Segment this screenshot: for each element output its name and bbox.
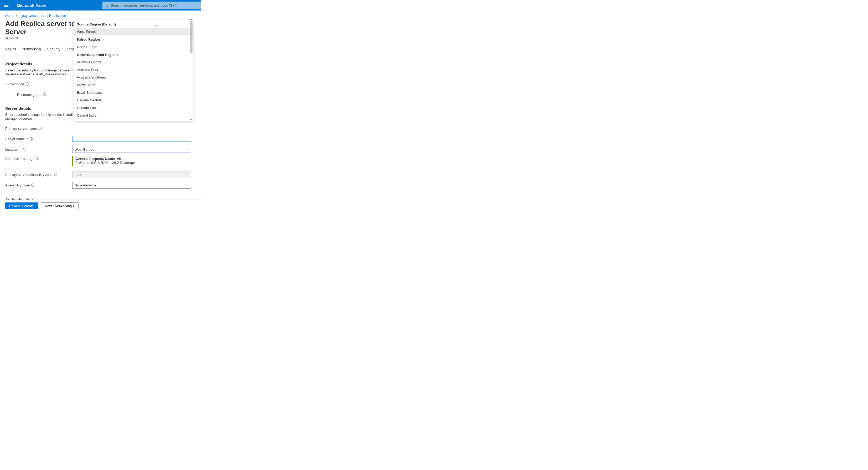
primary-server-name-label: Primary server name i <box>5 127 72 130</box>
location-label: Location * i <box>5 148 72 152</box>
search-box[interactable] <box>102 2 201 9</box>
compute-title: General Purpose, D2ads_v5 <box>75 157 191 161</box>
ellipsis-icon[interactable]: … <box>155 22 159 26</box>
location-dropdown: Source Region (Default) … West Europe Pa… <box>74 20 193 121</box>
info-icon[interactable]: i <box>54 173 57 176</box>
resource-group-label: Resource group i <box>5 93 72 97</box>
dropdown-item-west-europe[interactable]: West Europe <box>74 28 193 35</box>
info-icon[interactable]: i <box>43 93 46 96</box>
required-asterisk: * <box>20 148 22 152</box>
server-name-label: Server name * i <box>5 137 72 141</box>
required-asterisk: * <box>27 137 28 141</box>
next-networking-button[interactable]: Next : Networking > <box>41 202 79 209</box>
info-icon[interactable]: i <box>23 148 26 151</box>
compute-storage-label: Compute + storage i <box>5 156 72 161</box>
tab-networking[interactable]: Networking <box>22 45 41 53</box>
location-select-value: West Europe <box>74 148 94 152</box>
svg-point-0 <box>105 4 107 6</box>
breadcrumb: Home › mysqlrwesteurope | Replication › <box>5 14 196 18</box>
tab-tags[interactable]: Tags <box>67 45 74 53</box>
resource-group-label-text: Resource group <box>17 93 41 97</box>
compute-subtitle: 2 vCores, 8 GiB RAM, 128 GiB storage <box>75 161 191 165</box>
dropdown-item[interactable]: Australia East <box>74 66 193 73</box>
hamburger-icon <box>4 4 8 7</box>
compute-storage-label-text: Compute + storage <box>5 157 34 161</box>
dropdown-group-source: Source Region (Default) … <box>74 20 193 28</box>
dropdown-item-north-europe[interactable]: North Europe <box>74 43 193 51</box>
primary-server-name-label-text: Primary server name <box>5 127 37 130</box>
primary-az-label: Primary server availability zone i <box>5 173 72 177</box>
scrollbar-thumb[interactable] <box>190 21 192 53</box>
dropdown-item[interactable]: Central India <box>74 112 193 119</box>
dropdown-item[interactable]: Brazil Southeast <box>74 89 193 96</box>
info-icon[interactable]: i <box>26 83 29 86</box>
search-icon <box>104 3 108 7</box>
brand-label: Microsoft Azure <box>17 3 46 8</box>
tab-basics[interactable]: Basics <box>5 45 16 53</box>
svg-line-1 <box>107 6 108 7</box>
primary-az-label-text: Primary server availability zone <box>5 173 53 177</box>
subscription-label: Subscription i <box>5 82 72 86</box>
chevron-right-icon: › <box>16 14 17 18</box>
server-name-input[interactable] <box>72 136 191 142</box>
info-icon[interactable]: i <box>39 127 42 130</box>
scroll-down-icon[interactable] <box>190 119 192 120</box>
tab-security[interactable]: Security <box>47 45 60 53</box>
chevron-down-icon <box>186 173 189 176</box>
tree-indent-icon <box>10 90 14 95</box>
primary-az-select: none <box>72 171 191 178</box>
dropdown-group-other: Other Supported Regions <box>74 51 193 58</box>
review-create-button[interactable]: Review + create <box>5 202 38 209</box>
dropdown-group-source-label: Source Region (Default) <box>77 22 116 26</box>
az-select[interactable]: No preference <box>72 182 191 189</box>
dropdown-item[interactable]: Canada East <box>74 104 193 112</box>
chevron-down-icon <box>186 184 189 186</box>
dropdown-group-paired: Paired Region <box>74 35 193 43</box>
chevron-down-icon <box>186 148 189 151</box>
hamburger-menu-button[interactable] <box>0 0 12 10</box>
az-label: Availability zone i <box>5 183 72 187</box>
compute-storage-summary: General Purpose, D2ads_v5 2 vCores, 8 Gi… <box>72 156 191 166</box>
breadcrumb-home[interactable]: Home <box>5 14 14 18</box>
dropdown-item[interactable]: Australia Central <box>74 58 193 66</box>
dropdown-scroll[interactable]: Source Region (Default) … West Europe Pa… <box>74 20 193 119</box>
primary-az-value: none <box>74 173 82 177</box>
location-label-text: Location <box>5 148 18 152</box>
info-icon[interactable]: i <box>30 137 33 140</box>
footer: Review + create Next : Networking > <box>0 199 201 212</box>
dropdown-item[interactable]: Australia Southeast <box>74 73 193 81</box>
topbar: Microsoft Azure <box>0 0 201 10</box>
dropdown-item[interactable]: Canada Central <box>74 96 193 104</box>
dropdown-item[interactable]: Brazil South <box>74 81 193 89</box>
search-input[interactable] <box>110 3 199 8</box>
az-label-text: Availability zone <box>5 183 30 187</box>
subscription-label-text: Subscription <box>5 82 24 86</box>
info-icon[interactable]: i <box>31 184 34 187</box>
info-icon[interactable]: i <box>36 157 39 160</box>
search-wrap <box>102 1 201 10</box>
chevron-right-icon: › <box>67 14 68 18</box>
server-name-label-text: Server name <box>5 137 25 141</box>
breadcrumb-resource[interactable]: mysqlrwesteurope | Replication <box>19 14 66 18</box>
location-select[interactable]: West Europe <box>72 146 191 153</box>
az-select-value: No preference <box>74 183 96 187</box>
